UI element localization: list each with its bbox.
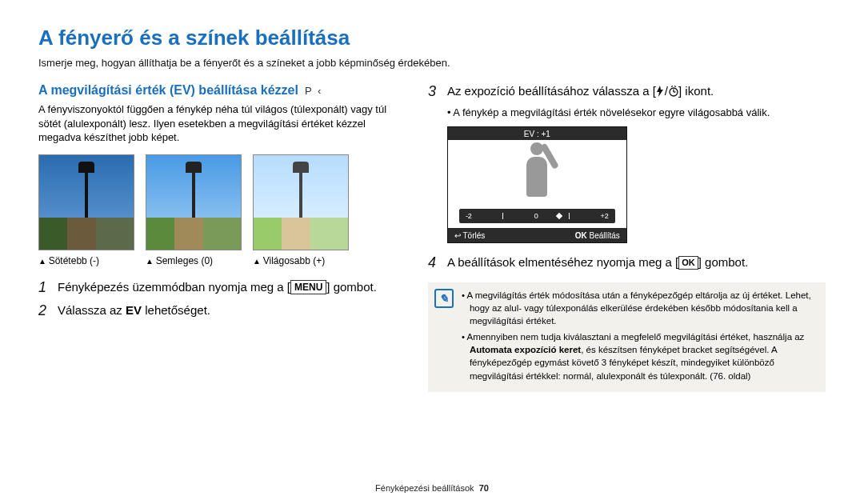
step-number: 1 <box>38 279 50 296</box>
step-text-part: lehetőséget. <box>142 303 210 317</box>
note-item: A megvilágítás érték módosítása után a f… <box>462 289 819 327</box>
thumb-darker: Sötétebb (-) <box>38 154 134 266</box>
ev-heading-text: A megvilágítási érték (EV) beállítása ké… <box>38 83 298 98</box>
menu-button-label: MENU <box>290 280 326 294</box>
note-list: A megvilágítás érték módosítása után a f… <box>462 289 819 386</box>
lcd-ev-label: EV : +1 <box>448 127 626 140</box>
ev-intro: A fényviszonyoktól függően a fénykép néh… <box>38 102 406 145</box>
step-number: 4 <box>428 254 439 271</box>
ev-slider[interactable]: -2 0 +2 <box>459 209 615 223</box>
ev-heading: A megvilágítási érték (EV) beállítása ké… <box>38 83 406 98</box>
step-text-part: Válassza az <box>58 303 126 317</box>
thumb-lighter: Világosabb (+) <box>253 154 349 266</box>
step-text: Fényképezés üzemmódban nyomja meg a [MEN… <box>58 279 377 296</box>
example-thumbnails: Sötétebb (-) Semleges (0) Világosabb (+) <box>38 154 406 266</box>
ok-button-label: OK <box>678 256 698 270</box>
step-text-part: ] gombot. <box>326 280 377 294</box>
step-3: 3 Az expozíció beállításához válassza a … <box>428 83 826 100</box>
svg-line-5 <box>674 86 676 87</box>
step-text-part: ] gombot. <box>698 255 749 269</box>
lcd-main: -2 0 +2 <box>448 140 626 228</box>
thumb-image <box>253 154 349 250</box>
page-footer: Fényképezési beállítások 70 <box>0 483 864 493</box>
step-text-part: Fényképezés üzemmódban nyomja meg a [ <box>58 280 290 294</box>
step-number: 3 <box>428 83 439 100</box>
svg-marker-0 <box>657 86 663 97</box>
step-text: Válassza az EV lehetőséget. <box>58 302 210 319</box>
note-box: ✎ A megvilágítás érték módosítása után a… <box>428 282 826 392</box>
thumb-caption: Sötétebb (-) <box>38 255 134 266</box>
ev-minus: -2 <box>466 212 472 220</box>
step-1: 1 Fényképezés üzemmódban nyomja meg a [M… <box>38 279 406 296</box>
thumb-neutral: Semleges (0) <box>146 154 242 266</box>
cancel-label: Törlés <box>462 231 485 240</box>
step-text-part: A beállítások elmentéséhez nyomja meg a … <box>447 255 678 269</box>
note-item: Amennyiben nem tudja kiválasztani a megf… <box>462 330 819 382</box>
ok-icon: OK <box>575 231 587 240</box>
person-silhouette-icon <box>517 142 557 208</box>
thumb-caption: Semleges (0) <box>146 255 242 266</box>
thumb-image <box>38 154 134 250</box>
step-number: 2 <box>38 302 50 319</box>
footer-section: Fényképezési beállítások <box>375 483 474 493</box>
step-text: A beállítások elmentéséhez nyomja meg a … <box>447 254 748 271</box>
note-icon: ✎ <box>434 289 454 308</box>
ev-zero: 0 <box>534 212 538 220</box>
step-text-part: Az expozíció beállításához válassza a [ <box>447 84 656 98</box>
footer-page-number: 70 <box>479 483 489 493</box>
thumb-image <box>146 154 242 250</box>
step-3-bullet: A fénykép a megvilágítási érték növelése… <box>447 106 826 118</box>
lcd-preview: EV : +1 -2 0 +2 ↩ Törlés <box>447 126 627 243</box>
flash-timer-icon: / <box>656 83 678 99</box>
step-2: 2 Válassza az EV lehetőséget. <box>38 302 406 319</box>
step-text-part: ] ikont. <box>678 84 714 98</box>
ev-slider-handle[interactable] <box>556 213 562 219</box>
ev-bold: EV <box>126 303 142 317</box>
note-text-part: Amennyiben nem tudja kiválasztani a megf… <box>466 332 804 342</box>
page-title: A fényerő és a színek beállítása <box>38 26 826 50</box>
thumb-caption: Világosabb (+) <box>253 255 349 266</box>
lcd-ok[interactable]: OK Beállítás <box>575 231 620 240</box>
step-4: 4 A beállítások elmentéséhez nyomja meg … <box>428 254 826 271</box>
ev-plus: +2 <box>601 212 609 220</box>
note-bold: Automata expozíció keret <box>470 345 581 354</box>
lcd-cancel[interactable]: ↩ Törlés <box>454 231 485 240</box>
ok-label: Beállítás <box>590 231 620 240</box>
svg-line-4 <box>671 86 673 87</box>
lcd-bottom-bar: ↩ Törlés OK Beállítás <box>448 228 626 242</box>
mode-icons: P ‹ <box>305 85 322 97</box>
back-icon: ↩ <box>454 231 461 240</box>
page-subtitle: Ismerje meg, hogyan állíthatja be a fény… <box>38 57 826 69</box>
step-text: Az expozíció beállításához válassza a [/… <box>447 83 714 100</box>
